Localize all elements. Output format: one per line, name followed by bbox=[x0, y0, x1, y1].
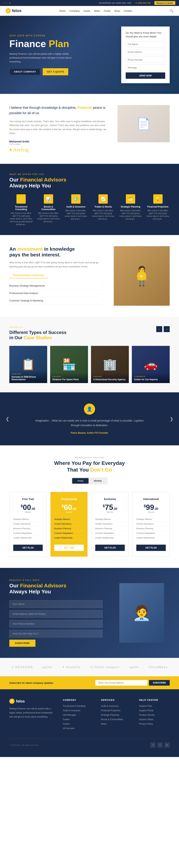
footer-brand: V felos Making Finance+ you will be pair… bbox=[9, 699, 55, 731]
footer-item-0-2[interactable]: Unit Manager bbox=[63, 713, 94, 716]
quote-section: I believe that through knowledge & disci… bbox=[0, 94, 179, 164]
case-card-2[interactable]: 🏢 FINANCE A Homestead Security Agency bbox=[91, 346, 129, 383]
plan-period-0: /Month bbox=[13, 511, 43, 513]
twitter-icon[interactable]: t bbox=[6, 2, 7, 4]
footer-item-2-4[interactable]: Privacy Policy bbox=[139, 722, 170, 725]
case-card-0[interactable]: 📋 AUDITING Increase in 55M-Driven Reserv… bbox=[9, 346, 47, 383]
footer-item-0-4[interactable]: Career bbox=[63, 722, 94, 725]
nav-news[interactable]: News bbox=[94, 9, 100, 12]
case-prev-button[interactable]: ← bbox=[156, 326, 162, 332]
logo-icon: V bbox=[6, 8, 11, 13]
hero-form-message[interactable] bbox=[126, 65, 165, 71]
service-desc-4: Why money in that office, right? If its … bbox=[119, 209, 143, 220]
newsletter-form: SUBSCRIBE bbox=[95, 680, 170, 686]
partner-hexagon: ◇ HEXAGON bbox=[11, 665, 33, 669]
service-projection: 💡 Financial Projection Why money in that… bbox=[146, 194, 170, 226]
footer-col-help: Help Center Support Plan Support Portal … bbox=[139, 699, 170, 731]
footer-item-0-3[interactable]: Trades bbox=[63, 718, 94, 721]
about-company-button[interactable]: ABOUT COMPANY bbox=[9, 68, 41, 75]
testimonial-prev[interactable]: ❮ bbox=[6, 416, 9, 422]
callback-submit[interactable]: SUBSCRIBE bbox=[9, 640, 35, 647]
footer-item-1-0[interactable]: Audit & Insurance bbox=[101, 704, 131, 707]
services-section: WHAT WE OFFER FOR YOU Our Financial Advi… bbox=[0, 164, 179, 235]
list-item-0[interactable]: Business Strategy Managements › bbox=[9, 282, 103, 289]
nav-funds[interactable]: Funds bbox=[104, 9, 110, 12]
hero-form-submit[interactable]: SEND NOW bbox=[126, 72, 165, 79]
hero-form-name[interactable] bbox=[126, 41, 165, 47]
footer-linkedin-icon[interactable]: in bbox=[164, 743, 170, 748]
hero-subtitle: Making Finance+ you will be paired with … bbox=[9, 52, 76, 64]
case-card-overlay-0: AUDITING Increase in 55M-Driven Reservat… bbox=[9, 370, 47, 383]
newsletter-email[interactable] bbox=[95, 680, 148, 686]
service-bonds: 📊 Bonds & Commodities Why money in that … bbox=[37, 194, 60, 226]
nav-shop[interactable]: Shop bbox=[114, 9, 120, 12]
footer-item-0-0[interactable]: Turnaround Consulting bbox=[63, 704, 94, 707]
footer-item-2-0[interactable]: Support Plan bbox=[139, 704, 170, 707]
facebook-icon[interactable]: f bbox=[4, 2, 4, 4]
footer-item-2-3[interactable]: System Status bbox=[139, 718, 170, 721]
footer-bottom: © 2023 felos. All rights reserved. f t i… bbox=[9, 739, 170, 748]
footer-twitter-icon[interactable]: t bbox=[157, 743, 162, 748]
footer-item-2-2[interactable]: Product Service bbox=[139, 713, 170, 716]
footer-item-2-1[interactable]: Support Portal bbox=[139, 709, 170, 712]
get-quote-button[interactable]: GET A QUOTE bbox=[43, 68, 68, 75]
toggle-monthly[interactable]: Monthly bbox=[88, 478, 107, 484]
callback-phone-field[interactable] bbox=[9, 620, 103, 627]
callback-email-field[interactable] bbox=[9, 610, 103, 618]
tab-personal-finance[interactable]: Personal Finance & Business bbox=[9, 272, 48, 278]
testimonial-next[interactable]: ❯ bbox=[170, 416, 173, 422]
pricing-toggle: Yearly Monthly bbox=[71, 477, 108, 485]
plan-btn-1[interactable]: Get This bbox=[54, 545, 84, 551]
footer-logo: V felos bbox=[9, 699, 55, 704]
logo[interactable]: V felos bbox=[6, 8, 21, 13]
invest-tabs: Personal Finance & Business bbox=[9, 272, 103, 278]
footer-item-1-4[interactable]: News bbox=[101, 722, 131, 725]
footer-col-list-2: Support Plan Support Portal Product Serv… bbox=[139, 704, 170, 725]
list-item-2[interactable]: Customer Strategy & Marketing › bbox=[9, 297, 103, 304]
case-next-button[interactable]: → bbox=[164, 326, 170, 332]
play-button[interactable]: ▶ bbox=[137, 271, 146, 281]
plan-btn-0[interactable]: Get Plan bbox=[13, 545, 43, 551]
callback-message-field[interactable] bbox=[9, 630, 103, 638]
hero-form-email[interactable] bbox=[126, 49, 165, 55]
footer-item-0-5[interactable]: All Services bbox=[63, 727, 94, 730]
plan-btn-2[interactable]: Get Plan bbox=[95, 545, 125, 551]
footer-item-0-1[interactable]: Audit & Insurance bbox=[63, 709, 94, 712]
list-item-1[interactable]: Professional Data Analysis › bbox=[9, 289, 103, 297]
footer-item-1-1[interactable]: Financial Projection bbox=[101, 709, 131, 712]
feature-1-0: Strategic Alliance bbox=[54, 517, 84, 522]
search-icon[interactable]: 🔍 bbox=[170, 9, 173, 13]
nav-company[interactable]: Company bbox=[69, 9, 80, 12]
footer-facebook-icon[interactable]: f bbox=[150, 743, 155, 748]
quote-body: Your money don't break miracles. That's … bbox=[9, 120, 106, 135]
toggle-yearly[interactable]: Yearly bbox=[72, 478, 89, 484]
hero-form-phone[interactable] bbox=[126, 57, 165, 63]
hero-badge: STAY SAFE WITH STRONG bbox=[9, 34, 76, 37]
nav-cases[interactable]: Cases bbox=[83, 9, 90, 12]
newsletter-submit[interactable]: SUBSCRIBE bbox=[149, 680, 170, 686]
nav-home[interactable]: Home bbox=[59, 9, 66, 12]
case-card-overlay-3: COMMERCE Sultan for Car Imports bbox=[132, 373, 170, 383]
footer-top: V felos Making Finance+ you will be pair… bbox=[9, 699, 170, 731]
copyright: © 2023 felos. All rights reserved. bbox=[9, 744, 39, 746]
plan-price-3: $99.00 bbox=[136, 503, 166, 511]
nav-contact[interactable]: Contact bbox=[124, 9, 132, 12]
case-card-3[interactable]: 🚗 COMMERCE Sultan for Car Imports bbox=[132, 346, 170, 383]
linkedin-icon[interactable]: in bbox=[9, 2, 10, 4]
plan-btn-3[interactable]: Get Plan bbox=[136, 545, 166, 551]
partner-brandify: ✦ brandify bbox=[62, 665, 81, 669]
plan-price-1: $60.00 bbox=[54, 503, 84, 511]
case-card-1[interactable]: 🏪 FINANCE Dhabour For Spare Parts bbox=[50, 346, 88, 383]
footer-item-1-2[interactable]: Strategic Planning bbox=[101, 713, 131, 716]
feature-3-2: Business Planning bbox=[136, 526, 166, 531]
feature-0-4: Leader Relationship bbox=[13, 535, 43, 540]
logo-text: felos bbox=[12, 8, 21, 13]
request-quote-button[interactable]: Request A Quote bbox=[154, 1, 175, 5]
feature-1-1: Growth Operations bbox=[54, 522, 84, 526]
footer-item-1-3[interactable]: Bonds & Commodities bbox=[101, 718, 131, 721]
social-links[interactable]: f t in bbox=[4, 2, 12, 4]
quote-highlight: Financial bbox=[77, 106, 92, 110]
callback-name-field[interactable] bbox=[9, 600, 103, 608]
feature-0-0: Strategic Alliance bbox=[13, 517, 43, 522]
case-card-overlay-1: FINANCE Dhabour For Spare Parts bbox=[50, 373, 88, 383]
